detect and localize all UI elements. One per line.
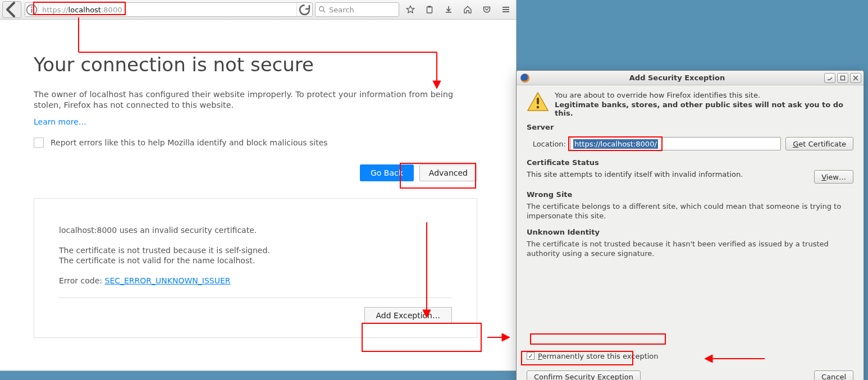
url-host: localhost (68, 6, 101, 14)
clipboard-icon[interactable] (422, 2, 437, 17)
permanently-store-checkbox[interactable]: ✓ (527, 352, 534, 360)
dialog-close-button[interactable] (850, 73, 861, 83)
unknown-identity-heading: Unknown Identity (527, 228, 853, 236)
page-title: Your connection is not secure (34, 53, 482, 76)
certificate-status-row: This site attempts to identify itself wi… (527, 170, 853, 184)
reload-button[interactable] (296, 2, 312, 17)
dialog-titlebar[interactable]: Add Security Exception (517, 71, 864, 85)
url-bar-wrap: https:// localhost :8000 Search (25, 2, 399, 17)
svg-rect-10 (502, 11, 509, 12)
dialog-title: Add Security Exception (530, 74, 824, 82)
svg-rect-9 (502, 9, 509, 10)
svg-rect-6 (428, 6, 431, 8)
cert-error-code-row: Error code: SEC_ERROR_UNKNOWN_ISSUER (59, 276, 452, 285)
report-errors-row: Report errors like this to help Mozilla … (34, 138, 482, 148)
svg-rect-8 (502, 7, 509, 8)
svg-rect-12 (841, 76, 845, 80)
cert-line-2: The certificate is not trusted because i… (59, 246, 452, 255)
server-heading: Server (527, 123, 853, 131)
report-errors-checkbox[interactable] (34, 138, 44, 148)
certificate-details-box: localhost:8000 uses an invalid security … (34, 198, 477, 338)
warning-icon (527, 91, 549, 113)
pocket-icon[interactable] (479, 2, 495, 17)
add-exception-button[interactable]: Add Exception… (364, 307, 452, 324)
svg-rect-1 (31, 8, 32, 12)
wrong-site-body: The certificate belongs to a different s… (527, 202, 853, 221)
learn-more-link[interactable]: Learn more… (34, 117, 86, 126)
home-icon[interactable] (460, 2, 476, 17)
firefox-icon (520, 73, 530, 83)
certificate-status-heading: Certificate Status (527, 158, 853, 167)
cancel-button[interactable]: Cancel (814, 370, 853, 380)
dialog-warning-line1: You are about to override how Firefox id… (555, 91, 853, 99)
dialog-warning-line2: Legitimate banks, stores, and other publ… (555, 100, 853, 117)
url-bar[interactable]: https:// localhost :8000 (25, 2, 313, 17)
dialog-maximize-button[interactable] (837, 73, 848, 83)
location-row: Location: https://localhost:8000/ Get Ce… (527, 137, 853, 150)
permanently-store-label: Permanently store this exception (538, 352, 659, 360)
browser-window: https:// localhost :8000 Search (0, 0, 517, 371)
cert-error-code-prefix: Error code: (59, 276, 105, 285)
cert-error-code-link[interactable]: SEC_ERROR_UNKNOWN_ISSUER (105, 276, 231, 285)
location-label: Location: (527, 140, 566, 148)
back-button[interactable] (2, 1, 21, 18)
svg-rect-13 (537, 98, 539, 104)
confirm-security-exception-button[interactable]: Confirm Security Exception (527, 370, 641, 380)
svg-rect-2 (31, 6, 32, 7)
go-back-button[interactable]: Go Back (360, 164, 414, 181)
svg-point-3 (319, 7, 324, 11)
site-info-icon[interactable] (25, 3, 39, 16)
bookmark-star-icon[interactable] (403, 2, 418, 17)
location-input[interactable]: https://localhost:8000/ (570, 137, 781, 150)
location-value-selected: https://localhost:8000/ (573, 139, 658, 149)
downloads-icon[interactable] (441, 2, 456, 17)
add-security-exception-dialog: Add Security Exception You ar (516, 70, 864, 380)
permanently-store-row: ✓ Permanently store this exception (527, 352, 853, 360)
search-icon (318, 6, 326, 13)
unknown-identity-body: The certificate is not trusted because i… (527, 240, 853, 259)
page-description: The owner of localhost has configured th… (34, 89, 477, 111)
svg-rect-7 (446, 12, 451, 13)
wrong-site-heading: Wrong Site (527, 190, 853, 199)
dialog-action-row: Confirm Security Exception Cancel (527, 370, 853, 380)
cert-line-1: localhost:8000 uses an invalid security … (59, 226, 452, 235)
dialog-body: You are about to override how Firefox id… (517, 85, 864, 380)
advanced-button[interactable]: Advanced (419, 164, 477, 181)
button-row: Go Back Advanced (34, 164, 477, 181)
cert-footer: Add Exception… (59, 297, 452, 324)
dialog-minimize-button[interactable] (824, 73, 835, 83)
url-text[interactable]: https:// localhost :8000 (39, 6, 296, 14)
view-certificate-button[interactable]: View… (814, 170, 853, 184)
menu-icon[interactable] (498, 2, 514, 17)
certificate-status-text: This site attempts to identify itself wi… (527, 170, 808, 178)
browser-toolbar: https:// localhost :8000 Search (0, 0, 516, 20)
dialog-warning-row: You are about to override how Firefox id… (527, 91, 853, 117)
svg-rect-5 (427, 7, 432, 13)
dialog-warning-text: You are about to override how Firefox id… (555, 91, 853, 117)
search-placeholder: Search (329, 6, 354, 14)
search-bar[interactable]: Search (315, 2, 399, 17)
url-protocol: https:// (42, 6, 68, 14)
report-errors-label: Report errors like this to help Mozilla … (51, 138, 328, 147)
url-port: :8000 (101, 6, 122, 14)
svg-point-14 (537, 106, 540, 109)
cert-line-3: The certificate is not valid for the nam… (59, 256, 452, 265)
svg-line-4 (323, 11, 326, 13)
dialog-window-buttons (824, 73, 861, 83)
get-certificate-button[interactable]: Get Certificate (785, 137, 853, 150)
error-page: Your connection is not secure The owner … (0, 20, 516, 370)
